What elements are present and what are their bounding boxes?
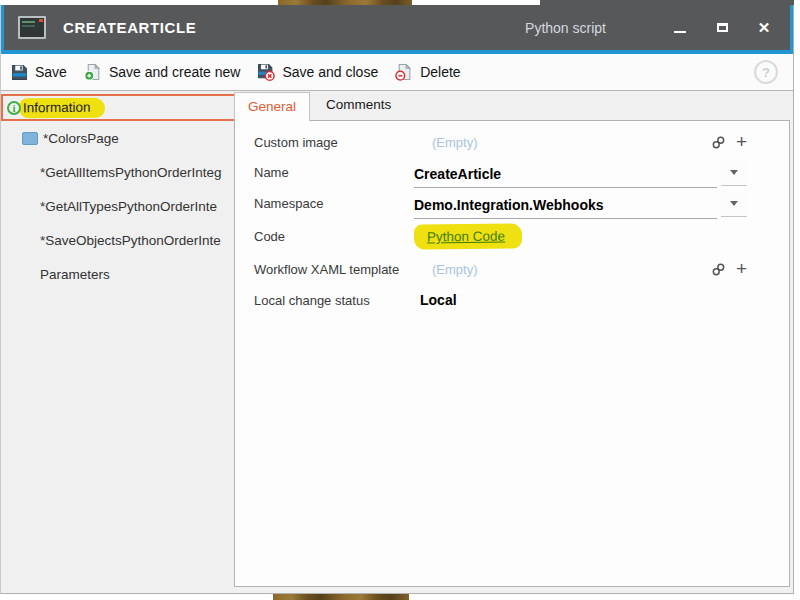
code-label: Code [254, 229, 414, 244]
sidebar-item-label: *GetAllTypesPythonOrderInte [40, 199, 217, 214]
close-button[interactable]: ✕ [748, 13, 780, 43]
minimize-button[interactable] [664, 13, 696, 43]
local-status-label: Local change status [254, 293, 414, 308]
sidebar-item-saveobjects[interactable]: *SaveObjectsPythonOrderInte [1, 223, 234, 257]
code-row: Code Python Code [235, 219, 789, 253]
general-panel: Custom image (Empty) + Name CreateArtic [234, 120, 790, 587]
tab-comments[interactable]: Comments [310, 91, 407, 120]
toolbar: Save Save and create new Save and close … [1, 54, 793, 91]
link-icon[interactable] [711, 135, 726, 150]
page-icon [22, 132, 38, 145]
namespace-value: Demo.Integration.Webhooks [414, 197, 604, 213]
save-and-create-new-button[interactable]: Save and create new [84, 63, 241, 81]
custom-image-row: Custom image (Empty) + [235, 127, 789, 157]
window-body: i Information *ColorsPage *GetAllItemsPy… [1, 91, 793, 593]
save-button[interactable]: Save [11, 64, 67, 81]
namespace-label: Namespace [254, 196, 414, 211]
sidebar-item-parameters[interactable]: Parameters [1, 257, 234, 291]
chevron-down-icon [730, 170, 738, 175]
tab-bar: General Comments [234, 91, 790, 120]
tab-general[interactable]: General [234, 92, 310, 121]
main-area: General Comments Custom image (Empty) + [234, 91, 793, 593]
add-icon[interactable]: + [736, 132, 747, 151]
delete-icon [395, 63, 413, 81]
save-and-close-button[interactable]: Save and close [257, 63, 378, 81]
sidebar-item-label: *GetAllItemsPythonOrderInteg [40, 165, 222, 180]
maximize-button[interactable] [706, 13, 738, 43]
custom-image-value[interactable]: (Empty) [432, 135, 478, 150]
sidebar-item-label: Parameters [40, 267, 110, 282]
sidebar-item-label: *SaveObjectsPythonOrderInte [40, 233, 221, 248]
save-and-close-label: Save and close [282, 64, 378, 80]
desktop-wallpaper-sliver [273, 593, 409, 600]
link-icon[interactable] [711, 262, 726, 277]
info-icon: i [7, 101, 21, 115]
minimize-icon [674, 31, 686, 33]
custom-image-label: Custom image [254, 135, 414, 150]
sidebar-item-label: Information [19, 97, 105, 118]
workflow-value[interactable]: (Empty) [432, 262, 478, 277]
window-title: CREATEARTICLE [63, 19, 196, 36]
workflow-label: Workflow XAML template [254, 262, 414, 277]
help-button[interactable]: ? [754, 60, 778, 84]
titlebar: CREATEARTICLE Python script ✕ [1, 5, 793, 50]
sidebar: i Information *ColorsPage *GetAllItemsPy… [1, 91, 234, 593]
name-label: Name [254, 165, 414, 180]
workflow-row: Workflow XAML template (Empty) + [235, 253, 789, 285]
python-code-link[interactable]: Python Code [427, 228, 505, 244]
close-icon: ✕ [758, 20, 771, 35]
delete-label: Delete [420, 64, 460, 80]
dialog-window: CREATEARTICLE Python script ✕ Save Sav [0, 5, 794, 594]
sidebar-item-label: *ColorsPage [43, 131, 119, 146]
name-dropdown-button[interactable] [721, 160, 747, 186]
app-window-icon [18, 16, 46, 39]
save-floppy-icon [11, 64, 28, 81]
add-icon[interactable]: + [736, 259, 747, 278]
chevron-down-icon [730, 201, 738, 206]
desktop-strip-bottom [0, 593, 800, 600]
local-status-value: Local [420, 292, 457, 308]
sidebar-item-colorspage[interactable]: *ColorsPage [1, 121, 234, 155]
name-input[interactable]: CreateArticle [414, 157, 717, 188]
name-value: CreateArticle [414, 166, 501, 182]
window-subtitle: Python script [525, 20, 606, 36]
sidebar-item-information[interactable]: i Information [1, 94, 234, 121]
name-row: Name CreateArticle [235, 157, 789, 188]
save-and-create-new-label: Save and create new [109, 64, 241, 80]
save-close-icon [257, 63, 275, 81]
maximize-icon [717, 23, 728, 32]
namespace-dropdown-button[interactable] [721, 191, 747, 217]
sidebar-item-getallitems[interactable]: *GetAllItemsPythonOrderInteg [1, 155, 234, 189]
code-highlight: Python Code [414, 223, 522, 249]
namespace-input[interactable]: Demo.Integration.Webhooks [414, 188, 717, 219]
screenshot-root: CREATEARTICLE Python script ✕ Save Sav [0, 0, 800, 600]
sidebar-item-getalltypes[interactable]: *GetAllTypesPythonOrderInte [1, 189, 234, 223]
save-create-new-icon [84, 63, 102, 81]
namespace-row: Namespace Demo.Integration.Webhooks [235, 188, 789, 219]
window-controls: ✕ [664, 13, 780, 43]
delete-button[interactable]: Delete [395, 63, 460, 81]
save-label: Save [35, 64, 67, 80]
local-status-row: Local change status Local [235, 285, 789, 315]
